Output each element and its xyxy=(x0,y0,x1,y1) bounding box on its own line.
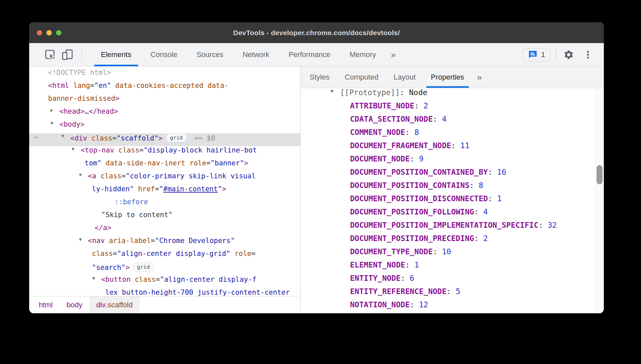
dom-tree-row[interactable]: <!DOCTYPE html> xyxy=(29,69,300,82)
sidebar-tab-layout[interactable]: Layout xyxy=(386,67,423,88)
property-row[interactable]: DOCUMENT_POSITION_DISCONNECTED: 1 xyxy=(301,194,604,208)
tab-performance[interactable]: Performance xyxy=(279,43,340,66)
breadcrumb-body[interactable]: body xyxy=(60,296,90,313)
dom-tree-row[interactable]: lex button-height-700 justify-content-ce… xyxy=(29,288,300,296)
prototype-row[interactable]: ▼ [[Prototype]]: Node xyxy=(301,88,604,101)
breadcrumb-html[interactable]: html xyxy=(32,296,60,313)
dom-tree-row[interactable]: ly-hidden" href="#main-content"> xyxy=(29,185,300,198)
properties-pane: ▼ [[Prototype]]: Node ATTRIBUTE_NODE: 2C… xyxy=(301,88,604,313)
dom-tree-row[interactable]: ▼<button class="align-center display-f xyxy=(29,275,300,288)
devtools-window: DevTools - developer.chrome.com/docs/dev… xyxy=(29,22,604,313)
property-row[interactable]: DOCUMENT_POSITION_CONTAINED_BY: 16 xyxy=(301,168,604,181)
dom-tree-row[interactable]: ▼<nav aria-label="Chrome Developers" xyxy=(29,237,300,250)
main-toolbar: ElementsConsoleSourcesNetworkPerformance… xyxy=(29,43,604,67)
sidebar-tab-computed[interactable]: Computed xyxy=(337,67,386,88)
sidebar-tab-styles[interactable]: Styles xyxy=(302,67,337,88)
dom-tree-row[interactable]: class="align-center display-grid" role= xyxy=(29,250,300,263)
dom-tree-row[interactable]: tom" data-side-nav-inert role="banner"> xyxy=(29,159,300,172)
dom-tree: <!DOCTYPE html><html lang="en" data-cook… xyxy=(29,67,300,296)
elements-sidebar-panel: StylesComputedLayoutProperties » ▼ [[Pro… xyxy=(301,67,604,313)
device-toolbar-icon[interactable] xyxy=(61,47,74,62)
customize-devtools-kebab-icon[interactable] xyxy=(581,47,595,62)
property-row[interactable]: DOCUMENT_POSITION_FOLLOWING: 4 xyxy=(301,208,604,221)
toolbar-divider xyxy=(556,49,556,61)
properties-scrollbar[interactable] xyxy=(595,88,604,313)
sidebar-tab-properties[interactable]: Properties xyxy=(423,67,472,88)
expand-arrow-icon[interactable]: ▼ xyxy=(72,146,80,152)
expand-arrow-icon[interactable]: ▼ xyxy=(61,133,70,139)
breadcrumb-div-scaffold[interactable]: div.scaffold xyxy=(89,296,140,313)
property-row[interactable]: DOCUMENT_POSITION_IMPLEMENTATION_SPECIFI… xyxy=(301,221,604,234)
settings-gear-icon[interactable] xyxy=(561,47,576,62)
issues-counter-button[interactable]: 1 xyxy=(523,48,550,61)
expand-arrow-icon[interactable]: ▼ xyxy=(330,88,339,94)
dom-tree-row[interactable]: ⋯▼<div class="scaffold">grid == $0 xyxy=(29,133,300,146)
dom-tree-row[interactable]: ▶<head>…</head> xyxy=(29,107,300,120)
property-row[interactable]: ATTRIBUTE_NODE: 2 xyxy=(301,101,604,115)
expand-arrow-icon[interactable]: ▼ xyxy=(50,120,59,126)
property-row[interactable]: DOCUMENT_POSITION_PRECEDING: 2 xyxy=(301,234,604,247)
expand-arrow-icon[interactable]: ▶ xyxy=(50,107,59,113)
devtools-content: <!DOCTYPE html><html lang="en" data-cook… xyxy=(29,67,604,313)
breadcrumb-bar: htmlbodydiv.scaffold xyxy=(29,296,300,313)
dom-tree-row[interactable]: ::before xyxy=(29,198,300,211)
issues-bubble-icon xyxy=(528,50,537,59)
property-row[interactable]: COMMENT_NODE: 8 xyxy=(301,128,604,141)
tab-sources[interactable]: Sources xyxy=(187,43,233,66)
grid-badge[interactable]: grid xyxy=(166,133,187,142)
panel-tab-strip: ElementsConsoleSourcesNetworkPerformance… xyxy=(91,43,386,66)
more-panels-chevron-icon[interactable]: » xyxy=(386,50,401,60)
sidebar-tab-strip: StylesComputedLayoutProperties » xyxy=(301,67,604,88)
dom-tree-row[interactable]: <html lang="en" data-cookies-accepted da… xyxy=(29,82,300,94)
property-row[interactable]: ELEMENT_NODE: 1 xyxy=(301,261,604,274)
elements-panel: <!DOCTYPE html><html lang="en" data-cook… xyxy=(29,67,301,313)
dom-tree-row[interactable]: "search">grid xyxy=(29,263,300,275)
tab-console[interactable]: Console xyxy=(141,43,187,66)
property-row[interactable]: ENTITY_NODE: 6 xyxy=(301,274,604,287)
dom-tree-row[interactable]: banner-dismissed> xyxy=(29,94,300,107)
expand-arrow-icon[interactable]: ▼ xyxy=(79,172,88,177)
desktop-background: DevTools - developer.chrome.com/docs/dev… xyxy=(0,0,641,364)
attribute-link[interactable]: #main-content xyxy=(163,185,218,193)
node-menu-ellipsis-icon[interactable]: ⋯ xyxy=(34,133,39,142)
property-row[interactable]: NOTATION_NODE: 12 xyxy=(301,300,604,313)
property-row[interactable]: DOCUMENT_FRAGMENT_NODE: 11 xyxy=(301,141,604,154)
inspect-element-icon[interactable] xyxy=(44,47,56,62)
property-row[interactable]: ENTITY_REFERENCE_NODE: 5 xyxy=(301,287,604,300)
expand-arrow-icon[interactable]: ▼ xyxy=(79,237,88,242)
property-row[interactable]: CDATA_SECTION_NODE: 4 xyxy=(301,115,604,128)
dom-tree-row[interactable]: ▼<top-nav class="display-block hairline-… xyxy=(29,146,300,159)
title-bar: DevTools - developer.chrome.com/docs/dev… xyxy=(29,22,604,43)
issues-count: 1 xyxy=(541,50,545,59)
property-row[interactable]: DOCUMENT_POSITION_CONTAINS: 8 xyxy=(301,181,604,194)
dom-tree-row[interactable]: ▼<body> xyxy=(29,120,300,133)
dom-tree-row[interactable]: </a> xyxy=(29,224,300,237)
tab-elements[interactable]: Elements xyxy=(91,43,141,66)
dom-tree-row[interactable]: "Skip to content" xyxy=(29,211,300,224)
toolbar-divider xyxy=(82,49,82,61)
property-row[interactable]: DOCUMENT_TYPE_NODE: 10 xyxy=(301,247,604,261)
dom-tree-row[interactable]: ▼<a class="color-primary skip-link visua… xyxy=(29,172,300,185)
expand-arrow-icon[interactable]: ▼ xyxy=(92,275,101,281)
grid-badge[interactable]: grid xyxy=(133,263,154,272)
more-sidebar-tabs-chevron-icon[interactable]: » xyxy=(472,67,487,88)
property-row[interactable]: DOCUMENT_NODE: 9 xyxy=(301,154,604,168)
tab-memory[interactable]: Memory xyxy=(340,43,386,66)
scrollbar-thumb[interactable] xyxy=(597,165,603,184)
tab-network[interactable]: Network xyxy=(233,43,279,66)
window-title: DevTools - developer.chrome.com/docs/dev… xyxy=(29,29,604,37)
